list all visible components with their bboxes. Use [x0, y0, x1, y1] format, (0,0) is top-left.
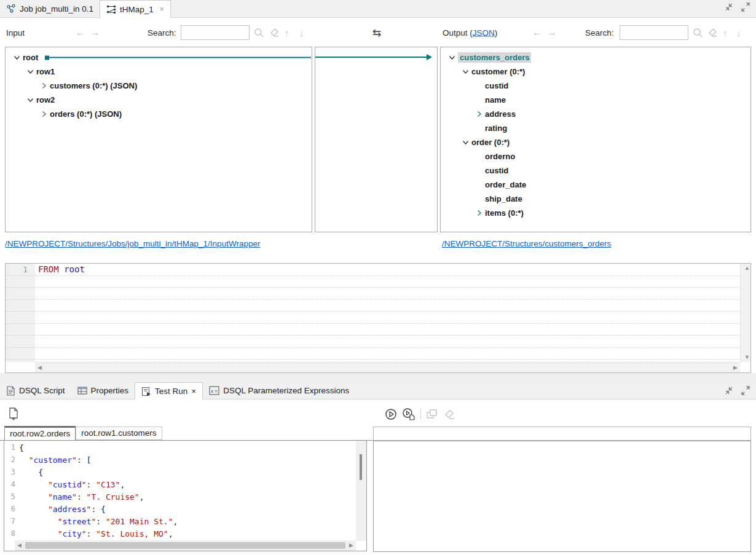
bottom-tab-dsql-script[interactable]: DSQL Script	[0, 382, 71, 399]
tree-node-order-date[interactable]: order_date	[441, 178, 750, 192]
dsql-vertical-scrollbar[interactable]: ▲ ▼	[740, 264, 750, 362]
output-search-field[interactable]	[620, 25, 688, 40]
bottom-tab-test-run[interactable]: Test Run×	[135, 382, 203, 400]
input-next-match-icon[interactable]: ↓	[299, 27, 304, 37]
tree-node-custid[interactable]: custid	[441, 163, 750, 178]
tree-node-address[interactable]: address	[441, 107, 750, 121]
input-structure-link[interactable]: /NEWPROJECT/Structures/Jobs/job_multi_in…	[5, 239, 260, 248]
editor-tab-label: Job job_multi_in 0.1	[20, 4, 93, 14]
scroll-right-icon[interactable]: ▶	[731, 364, 740, 372]
chevron-down-icon[interactable]	[460, 67, 470, 77]
sample-tabs: root.row2.ordersroot.row1.customers	[4, 427, 162, 441]
tree-node-customers-0-json[interactable]: customers (0:*) (JSON)	[6, 79, 312, 93]
output-search-icon[interactable]	[692, 27, 703, 38]
indent-spacer	[474, 194, 484, 204]
chevron-right-icon[interactable]	[39, 109, 49, 119]
output-next-match-icon[interactable]: ↓	[736, 27, 741, 37]
indent-spacer	[474, 180, 484, 190]
output-format-link[interactable]: JSON	[473, 28, 495, 37]
input-search-icon[interactable]	[253, 27, 264, 38]
expr-icon: x=	[209, 386, 219, 395]
tree-node-orderno[interactable]: orderno	[441, 149, 750, 163]
input-forward-icon[interactable]: →	[90, 27, 100, 38]
tree-node-order-0[interactable]: order (0:*)	[441, 135, 750, 149]
dsql-expression-editor[interactable]: 1FROM root ▲ ▼ ◀ ▶	[5, 263, 751, 373]
mapping-arrow[interactable]	[315, 54, 432, 60]
properties-icon	[77, 386, 87, 395]
tree-node-label: customer (0:*)	[471, 67, 525, 76]
output-label-suffix: )	[495, 28, 498, 37]
minimize-icon[interactable]	[724, 2, 734, 12]
tree-node-root[interactable]: root	[6, 50, 312, 65]
chevron-right-icon[interactable]	[474, 208, 484, 218]
line-number: 1	[4, 443, 19, 452]
chevron-down-icon[interactable]	[447, 53, 457, 63]
output-clear-search-icon[interactable]	[707, 27, 719, 38]
editor-tab-thmap-1[interactable]: tHMap_1×	[100, 0, 171, 18]
tree-node-custid[interactable]: custid	[441, 79, 750, 93]
close-icon[interactable]: ×	[160, 5, 164, 14]
scroll-left-icon[interactable]: ◀	[15, 541, 24, 549]
tree-node-label: row1	[36, 67, 55, 76]
bottom-tab-properties[interactable]: Properties	[71, 382, 135, 399]
tree-node-items-0[interactable]: items (0:*)	[441, 206, 750, 220]
add-document-icon[interactable]	[7, 407, 20, 421]
run-icon[interactable]	[385, 408, 397, 420]
input-prev-match-icon[interactable]: ↑	[285, 27, 289, 37]
scroll-left-icon[interactable]: ◀	[35, 364, 44, 372]
chevron-down-icon[interactable]	[12, 53, 22, 63]
svg-text:x: x	[210, 388, 213, 394]
code-line: "city": "St. Louis, MO",	[19, 529, 173, 538]
minimize-icon[interactable]	[724, 386, 734, 395]
job-icon	[6, 4, 16, 14]
tree-node-ship-date[interactable]: ship_date	[441, 192, 750, 206]
output-forward-icon[interactable]: →	[547, 27, 557, 38]
chevron-down-icon[interactable]	[460, 138, 470, 148]
chevron-down-icon[interactable]	[25, 95, 35, 105]
sample-vertical-scrollbar[interactable]	[356, 441, 366, 541]
output-back-icon[interactable]: ←	[532, 27, 542, 38]
dsql-horizontal-scrollbar[interactable]: ◀ ▶	[35, 362, 740, 372]
scrollbar-thumb[interactable]	[25, 542, 345, 549]
sample-tab-root-row2-orders[interactable]: root.row2.orders	[4, 426, 76, 441]
output-structure-link[interactable]: /NEWPROJECT/Structures/customers_orders	[442, 239, 611, 248]
input-clear-search-icon[interactable]	[269, 27, 280, 38]
sample-json-line: 4 "custid": "C13",	[4, 478, 355, 490]
scrollbar-thumb[interactable]	[360, 454, 362, 480]
swap-io-icon[interactable]: ⇆	[372, 26, 381, 39]
bottom-tab-dsql-parameterized-expressions[interactable]: x=DSQL Parameterized Expressions	[203, 382, 355, 399]
input-search-field[interactable]	[181, 25, 250, 40]
sample-horizontal-scrollbar[interactable]: ◀ ▶	[15, 540, 356, 551]
sample-json-pane[interactable]: 1{2 "customer": [3 {4 "custid": "C13",5 …	[4, 441, 367, 551]
maximize-icon[interactable]	[741, 2, 751, 12]
input-back-icon[interactable]: ←	[76, 27, 85, 38]
output-prev-match-icon[interactable]: ↑	[723, 27, 728, 37]
run-with-sample-icon[interactable]	[402, 407, 415, 420]
mapping-link[interactable]	[45, 55, 311, 60]
chevron-down-icon[interactable]	[25, 67, 35, 77]
clear-results-icon[interactable]	[443, 408, 456, 420]
duplicate-icon[interactable]	[426, 408, 438, 420]
close-icon[interactable]: ×	[191, 387, 196, 396]
scroll-down-icon[interactable]: ▼	[742, 353, 752, 361]
tree-node-rating[interactable]: rating	[441, 121, 750, 135]
scroll-right-icon[interactable]: ▶	[347, 541, 356, 549]
sample-tab-root-row1-customers[interactable]: root.row1.customers	[76, 427, 162, 440]
output-label-prefix: Output (	[443, 28, 473, 37]
tree-node-row1[interactable]: row1	[6, 65, 312, 79]
tree-node-name[interactable]: name	[441, 93, 750, 107]
tree-node-row2[interactable]: row2	[6, 93, 312, 107]
scroll-up-icon[interactable]: ▲	[742, 264, 752, 272]
chevron-right-icon[interactable]	[39, 81, 49, 91]
dsql-line	[6, 336, 739, 348]
horizontal-sash[interactable]	[0, 373, 756, 382]
editor-tab-job-job-multi-in-0-1[interactable]: Job job_multi_in 0.1	[0, 0, 100, 17]
view-controls-bottom	[724, 386, 751, 395]
tree-node-orders-0-json[interactable]: orders (0:*) (JSON)	[6, 107, 312, 121]
chevron-right-icon[interactable]	[474, 109, 484, 119]
maximize-icon[interactable]	[741, 386, 751, 395]
tree-node-customers-orders[interactable]: customers_orders	[441, 50, 750, 65]
line-number: 4	[4, 480, 19, 489]
sample-json-line: 1{	[4, 441, 355, 454]
tree-node-customer-0[interactable]: customer (0:*)	[441, 65, 750, 79]
